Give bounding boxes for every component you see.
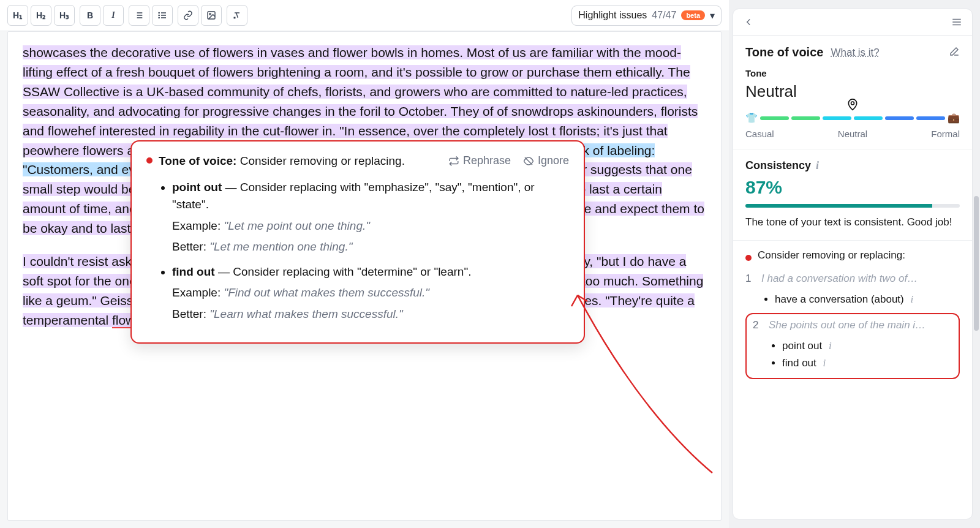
tone-label: Tone (745, 68, 960, 78)
info-icon[interactable]: i (910, 293, 913, 305)
formal-icon: 💼 (948, 112, 960, 124)
issue-dot-icon (146, 157, 153, 164)
heading1-button[interactable]: H₁ (7, 5, 28, 26)
popup-message: Consider removing or replacing. (240, 154, 405, 167)
scale-formal: Formal (931, 129, 960, 139)
beta-badge: beta (681, 10, 705, 20)
svg-point-1 (159, 15, 159, 15)
popup-suggestion-item: find out — Consider replacing with "dete… (172, 263, 569, 323)
editor-toolbar: H₁ H₂ H₃ B I Highlight issues (0, 0, 729, 31)
scrollbar-thumb[interactable] (974, 196, 979, 331)
issue-item-active[interactable]: 2 She points out one of the main i… poin… (745, 313, 960, 379)
popup-suggestion-item: point out — Consider replacing with "emp… (172, 179, 569, 256)
editor-body[interactable]: showcases the decorative use of flowers … (7, 31, 722, 521)
consistency-title: Consistency (745, 159, 811, 172)
heading3-button[interactable]: H₃ (54, 5, 75, 26)
highlight-issues-dropdown[interactable]: Highlight issues 47/47 beta ▾ (571, 6, 722, 26)
consistency-bar-fill (745, 204, 932, 208)
menu-icon[interactable] (951, 17, 962, 28)
rephrase-button[interactable]: Rephrase (448, 153, 511, 169)
tone-pin-icon (846, 99, 859, 113)
consistency-message: The tone of your text is consistent. Goo… (745, 215, 960, 230)
ignore-icon (523, 156, 534, 167)
link-button[interactable] (178, 5, 198, 26)
casual-icon: 👕 (745, 112, 758, 124)
popup-category: Tone of voice: (159, 154, 236, 167)
issue-hint: Consider removing or replacing: (758, 249, 905, 262)
rephrase-icon (448, 156, 459, 167)
edit-icon[interactable] (949, 46, 960, 59)
tone-scale: 👕 💼 Casual Neutral Formal (745, 112, 960, 139)
info-icon[interactable]: i (829, 340, 832, 352)
issue-phrase[interactable]: find out i (782, 355, 952, 372)
svg-point-5 (851, 102, 854, 105)
highlight-count: 47/47 (652, 10, 676, 21)
issue-phrase[interactable]: point out i (782, 338, 952, 355)
tone-section-title: Tone of voice (745, 45, 823, 59)
tone-panel: Tone of voice What is it? Tone Neutral 👕… (733, 9, 973, 519)
consistency-bar (745, 204, 960, 208)
chevron-down-icon: ▾ (710, 10, 715, 21)
ordered-list-button[interactable] (129, 5, 149, 26)
info-icon[interactable]: i (823, 357, 826, 369)
info-icon[interactable]: i (816, 159, 819, 172)
issue-phrase[interactable]: have a conversation (about) i (775, 291, 960, 308)
consistency-percent: 87% (745, 177, 960, 198)
highlight-label: Highlight issues (578, 10, 647, 21)
heading2-button[interactable]: H₂ (31, 5, 51, 26)
image-button[interactable] (201, 5, 222, 26)
ignore-button[interactable]: Ignore (523, 153, 569, 169)
svg-point-0 (159, 12, 159, 13)
svg-point-2 (159, 17, 159, 18)
unordered-list-button[interactable] (152, 5, 173, 26)
bold-button[interactable]: B (80, 5, 100, 26)
scale-neutral: Neutral (838, 129, 867, 139)
tone-suggestion-popup: Tone of voice: Consider removing or repl… (130, 140, 585, 344)
what-is-it-link[interactable]: What is it? (831, 47, 879, 59)
back-icon[interactable] (743, 17, 754, 28)
italic-button[interactable]: I (103, 5, 124, 26)
clear-format-button[interactable] (227, 5, 247, 26)
issue-dot-icon (745, 255, 752, 261)
scale-casual: Casual (745, 129, 774, 139)
svg-point-4 (209, 13, 211, 15)
issue-item[interactable]: 1 I had a conversation with two of… have… (745, 273, 960, 308)
